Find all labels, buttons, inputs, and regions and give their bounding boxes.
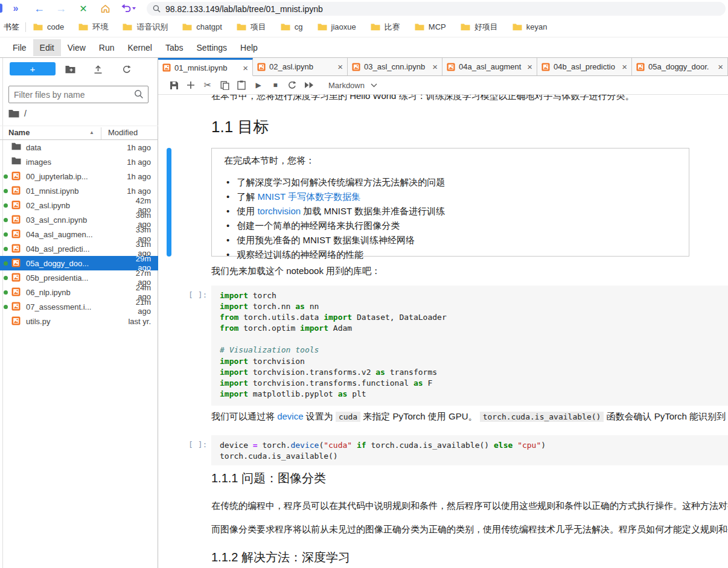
code-cell-device[interactable]: device = torch.device("cuda" if torch.cu…: [211, 435, 728, 465]
extension-partial-icon: [0, 4, 2, 13]
objectives-cell[interactable]: 在完成本节时，您将： 了解深度学习如何解决传统编程方法无法解决的问题 了解 MN…: [211, 148, 689, 257]
close-icon[interactable]: ×: [243, 63, 248, 73]
stop-icon[interactable]: ■: [267, 78, 284, 92]
cell-type-dropdown[interactable]: Markdown: [328, 81, 377, 90]
new-launcher-button[interactable]: +: [10, 62, 56, 75]
paste-icon[interactable]: [233, 78, 250, 92]
jupyter-menubar: File Edit View Run Kernel Tabs Settings …: [0, 37, 728, 58]
divider: [101, 127, 101, 139]
notebook-document: 在本节中，您将进行深度学习里的 Hello World 练习：训练深度学习模型以…: [158, 95, 728, 568]
bookmark-item[interactable]: chatgpt: [182, 22, 222, 31]
filter-files-input[interactable]: [8, 86, 148, 103]
kernel-running-dot: [4, 305, 8, 309]
code-line: import torchvision.transforms.functional…: [220, 378, 720, 389]
bookmark-item[interactable]: code: [33, 22, 64, 31]
folder-icon: [461, 23, 470, 31]
bookmark-item[interactable]: 比赛: [371, 22, 400, 33]
tab-01-mnist[interactable]: 01_mnist.ipynb×: [158, 58, 253, 76]
home-icon[interactable]: [97, 0, 113, 17]
url-bar[interactable]: 98.82.133.149/lab/lab/tree/01_mnist.ipyn…: [147, 2, 726, 16]
cell-prompt: [ ]:: [188, 440, 207, 449]
restart-run-all-icon[interactable]: [301, 78, 318, 92]
divider: [25, 22, 26, 32]
notebook-icon: [11, 258, 21, 268]
menu-tabs[interactable]: Tabs: [159, 39, 190, 56]
breadcrumb[interactable]: /: [8, 109, 27, 118]
column-modified[interactable]: Modified: [108, 128, 138, 137]
back-icon[interactable]: ←: [31, 0, 47, 17]
copy-icon[interactable]: [216, 78, 233, 92]
bookmark-item[interactable]: 好项目: [461, 22, 498, 33]
undo-dropdown-icon[interactable]: [118, 0, 139, 17]
menu-file[interactable]: File: [6, 39, 33, 56]
add-cell-icon[interactable]: [182, 78, 199, 92]
code-line: device = torch.device("cuda" if torch.cu…: [220, 441, 720, 452]
notebook-icon: [11, 244, 21, 254]
column-name[interactable]: Name: [8, 128, 30, 137]
file-row[interactable]: 07_assessment.i...21m ago: [0, 299, 158, 314]
folder-icon: [371, 23, 380, 31]
objectives-list: 了解深度学习如何解决传统编程方法无法解决的问题 了解 MNIST 手写体数字数据…: [224, 175, 677, 262]
inline-link[interactable]: torchvision: [257, 206, 301, 216]
file-row[interactable]: data1h ago: [0, 140, 158, 155]
tab-05a-doggy-door[interactable]: 05a_doggy_door.×: [632, 58, 728, 76]
upload-icon[interactable]: [92, 63, 104, 75]
close-icon[interactable]: ×: [527, 62, 532, 72]
close-icon[interactable]: ×: [337, 62, 343, 72]
bookmark-item[interactable]: 项目: [237, 22, 266, 33]
code-cell-imports[interactable]: import torch import torch.nn as nn from …: [211, 286, 728, 406]
bookmark-item[interactable]: 环境: [78, 22, 108, 33]
notebook-icon: [11, 171, 21, 181]
folder-icon: [11, 142, 21, 152]
tab-02-asl[interactable]: 02_asl.ipynb×: [253, 58, 348, 76]
notebook-icon: [11, 302, 21, 311]
menu-kernel[interactable]: Kernel: [121, 39, 158, 56]
file-row[interactable]: 00_jupyterlab.ip...1h ago: [0, 169, 158, 183]
menu-settings[interactable]: Settings: [190, 39, 234, 56]
notebook-icon: [11, 273, 21, 282]
close-icon[interactable]: ×: [622, 62, 627, 72]
save-icon[interactable]: [165, 78, 182, 92]
file-row[interactable]: utils.pylast yr.: [0, 314, 158, 328]
stop-icon[interactable]: ✕: [76, 0, 91, 17]
bookmark-item[interactable]: MCP: [415, 22, 446, 31]
filter-files: [8, 86, 148, 103]
inline-link[interactable]: MNIST 手写体数字数据集: [257, 191, 360, 202]
file-row[interactable]: images1h ago: [0, 155, 158, 169]
file-list: data1h ago images1h ago 00_jupyterlab.ip…: [0, 140, 158, 328]
code-line: [220, 334, 720, 345]
kernel-running-dot: [4, 247, 8, 251]
kernel-running-dot: [4, 174, 8, 179]
restart-kernel-icon[interactable]: [284, 78, 301, 92]
close-icon[interactable]: ×: [718, 62, 723, 72]
bookmark-item[interactable]: cg: [281, 22, 303, 31]
objective-item: 了解深度学习如何解决传统编程方法无法解决的问题: [224, 175, 677, 190]
notebook-icon: [447, 63, 455, 71]
sort-ascending-icon[interactable]: ▲: [89, 130, 94, 135]
menu-help[interactable]: Help: [234, 39, 264, 56]
refresh-icon[interactable]: [121, 63, 133, 75]
search-icon: [134, 89, 144, 99]
tab-03-asl-cnn[interactable]: 03_asl_cnn.ipynb×: [348, 58, 442, 76]
bookmark-item[interactable]: jiaoxue: [318, 22, 356, 31]
double-chevron-icon[interactable]: »: [8, 0, 23, 17]
bookmark-item[interactable]: 语音识别: [123, 22, 168, 33]
search-icon: [153, 5, 161, 13]
objective-item: 使用 torchvision 加载 MNIST 数据集并准备进行训练: [224, 204, 677, 219]
cut-icon[interactable]: ✂: [199, 78, 216, 92]
new-folder-icon[interactable]: [64, 63, 76, 75]
inline-link[interactable]: device: [277, 411, 303, 421]
menu-view[interactable]: View: [61, 39, 92, 56]
selected-cell-indicator[interactable]: [167, 148, 171, 257]
run-icon[interactable]: ▶: [250, 78, 267, 92]
folder-icon: [182, 23, 192, 31]
close-icon[interactable]: ×: [432, 62, 438, 72]
tab-04b-asl-prediction[interactable]: 04b_asl_predictio×: [537, 58, 632, 76]
menu-run[interactable]: Run: [92, 39, 121, 56]
tab-bar: 01_mnist.ipynb× 02_asl.ipynb× 03_asl_cnn…: [158, 58, 728, 76]
folder-icon: [123, 23, 132, 31]
section-heading-goal: 1.1 目标: [211, 116, 269, 138]
menu-edit[interactable]: Edit: [33, 39, 61, 56]
bookmark-item[interactable]: keyan: [512, 22, 548, 31]
tab-04a-asl-augment[interactable]: 04a_asl_augment×: [442, 58, 537, 76]
